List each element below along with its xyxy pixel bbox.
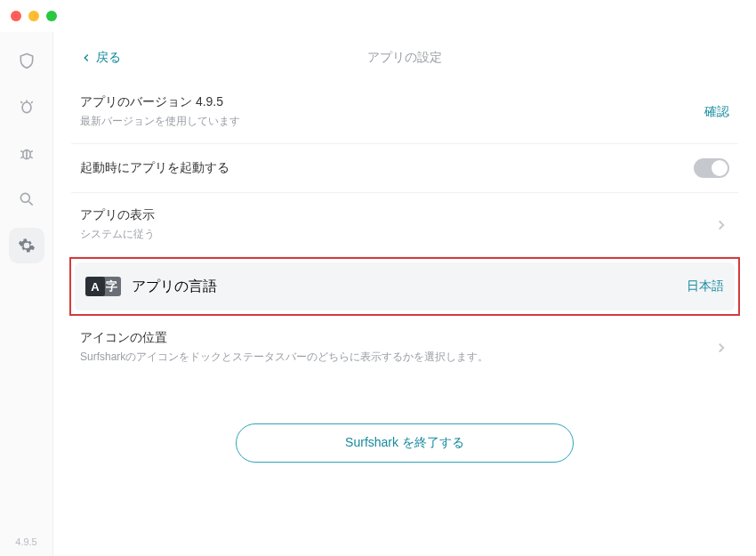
bug-icon bbox=[18, 144, 36, 162]
titlebar bbox=[0, 0, 756, 32]
sidebar-item-search[interactable] bbox=[9, 181, 44, 217]
startup-row: 起動時にアプリを起動する bbox=[71, 144, 738, 193]
main-content: 戻る アプリの設定 アプリのバージョン 4.9.5 最新バージョンを使用していま… bbox=[53, 32, 756, 556]
svg-line-7 bbox=[30, 151, 32, 153]
sidebar: 4.9.5 bbox=[0, 32, 53, 556]
alert-icon bbox=[18, 98, 36, 116]
app-version-row: アプリのバージョン 4.9.5 最新バージョンを使用しています 確認 bbox=[71, 80, 738, 144]
sidebar-item-alert[interactable] bbox=[9, 89, 44, 125]
appearance-title: アプリの表示 bbox=[80, 207, 155, 223]
language-row[interactable]: A 字 アプリの言語 日本語 bbox=[75, 262, 735, 310]
sidebar-version: 4.9.5 bbox=[15, 536, 36, 547]
language-row-highlight: A 字 アプリの言語 日本語 bbox=[69, 257, 740, 316]
language-icon: A 字 bbox=[85, 277, 121, 296]
maximize-window-button[interactable] bbox=[46, 11, 57, 21]
svg-line-2 bbox=[20, 101, 22, 103]
sidebar-item-antivirus[interactable] bbox=[9, 135, 44, 171]
svg-line-9 bbox=[30, 157, 32, 158]
chevron-right-icon bbox=[713, 217, 729, 233]
quit-button[interactable]: Surfshark を終了する bbox=[236, 423, 574, 463]
svg-line-8 bbox=[20, 157, 23, 158]
app-body: 4.9.5 戻る アプリの設定 アプリのバージョン 4.9.5 最新バージョンを… bbox=[0, 32, 756, 556]
sidebar-item-settings[interactable] bbox=[9, 228, 44, 263]
svg-line-11 bbox=[28, 202, 32, 205]
search-icon bbox=[18, 190, 36, 208]
version-title: アプリのバージョン 4.9.5 bbox=[80, 94, 240, 110]
sidebar-item-vpn[interactable] bbox=[9, 43, 44, 78]
icon-position-subtitle: Surfsharkのアイコンをドックとステータスバーのどちらに表示するかを選択し… bbox=[80, 350, 488, 365]
check-version-link[interactable]: 確認 bbox=[704, 104, 729, 120]
icon-position-title: アイコンの位置 bbox=[80, 330, 488, 346]
chevron-right-icon bbox=[713, 340, 729, 356]
row-text: アイコンの位置 Surfsharkのアイコンをドックとステータスバーのどちらに表… bbox=[80, 330, 488, 365]
icon-position-row[interactable]: アイコンの位置 Surfsharkのアイコンをドックとステータスバーのどちらに表… bbox=[71, 316, 738, 379]
svg-line-6 bbox=[20, 151, 23, 153]
gear-icon bbox=[18, 237, 36, 254]
row-text: アプリのバージョン 4.9.5 最新バージョンを使用しています bbox=[80, 94, 240, 129]
appearance-subtitle: システムに従う bbox=[80, 227, 155, 242]
back-button[interactable]: 戻る bbox=[80, 50, 121, 66]
language-row-left: A 字 アプリの言語 bbox=[85, 277, 217, 296]
language-title: アプリの言語 bbox=[132, 278, 217, 296]
header: 戻る アプリの設定 bbox=[71, 32, 738, 80]
startup-toggle[interactable] bbox=[694, 158, 729, 178]
toggle-knob bbox=[712, 160, 728, 176]
chevron-left-icon bbox=[80, 52, 92, 64]
appearance-row[interactable]: アプリの表示 システムに従う bbox=[71, 193, 738, 257]
language-value: 日本語 bbox=[687, 278, 724, 294]
shield-icon bbox=[18, 52, 36, 69]
page-title: アプリの設定 bbox=[367, 50, 442, 66]
row-text: アプリの表示 システムに従う bbox=[80, 207, 155, 242]
startup-title: 起動時にアプリを起動する bbox=[80, 160, 229, 176]
version-subtitle: 最新バージョンを使用しています bbox=[80, 114, 240, 129]
row-text: 起動時にアプリを起動する bbox=[80, 160, 229, 176]
minimize-window-button[interactable] bbox=[28, 11, 39, 21]
svg-point-0 bbox=[22, 102, 31, 113]
back-label: 戻る bbox=[96, 50, 121, 66]
language-chip-a: A bbox=[85, 277, 105, 296]
svg-line-3 bbox=[31, 101, 33, 103]
close-window-button[interactable] bbox=[11, 11, 21, 21]
svg-point-10 bbox=[20, 193, 29, 202]
